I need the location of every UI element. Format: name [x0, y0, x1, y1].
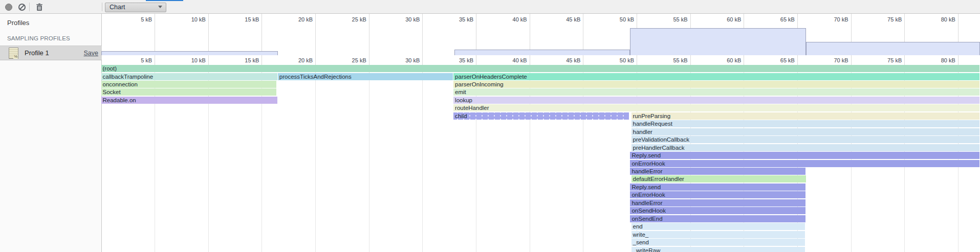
clear-icon[interactable]: [18, 4, 26, 11]
flame-ruler-gridline: [851, 55, 852, 65]
overview-tick-label: 10 kB: [175, 16, 206, 22]
overview-tick-label: 65 kB: [764, 16, 795, 22]
overview-tick-label: 70 kB: [818, 16, 848, 22]
flame-bar-child[interactable]: child: [453, 112, 629, 120]
flame-bar-defaulterrorhandler[interactable]: defaultErrorHandler: [631, 175, 806, 182]
overview-tick-label: 5 kB: [121, 16, 152, 22]
overview-tick-label: 20 kB: [282, 16, 313, 22]
toolbar: Chart: [0, 0, 980, 14]
sidebar-item-profile-1[interactable]: % Profile 1 Save: [0, 45, 102, 60]
flame-bar--root-[interactable]: (root): [101, 65, 980, 72]
flame-tick-label: 75 kB: [871, 57, 902, 63]
flame-ruler-gridline: [797, 55, 798, 65]
flame-tick-label: 70 kB: [818, 57, 848, 63]
flame-bar-prehandlercallback[interactable]: preHandlerCallback: [631, 144, 979, 151]
flame-bar-prevalidationcallback[interactable]: preValidationCallback: [631, 136, 979, 143]
flame-bar-reply-send[interactable]: Reply.send: [630, 152, 979, 159]
flame-bar-write-[interactable]: write_: [631, 231, 805, 238]
overview-gridline: [422, 14, 423, 55]
save-link[interactable]: Save: [84, 50, 99, 57]
flame-bar--writeraw[interactable]: _writeRaw: [631, 247, 805, 252]
flame-ruler: 5 kB10 kB15 kB20 kB25 kB30 kB35 kB40 kB4…: [102, 55, 980, 65]
flame-bar-parseronheaderscomplete[interactable]: parserOnHeadersComplete: [453, 73, 979, 80]
overview-gridline: [315, 14, 316, 55]
flame-bar--send[interactable]: _send: [631, 239, 805, 246]
overview-band[interactable]: [454, 50, 630, 55]
overview-tick-label: 75 kB: [871, 16, 902, 22]
flame-bar-onerrorhook[interactable]: onErrorHook: [630, 160, 979, 167]
sampling-profiles-section-label: SAMPLING PROFILES: [7, 35, 70, 41]
profile-name: Profile 1: [25, 49, 49, 57]
flame-chart: (root)callbackTrampolineprocessTicksAndR…: [102, 65, 980, 252]
sidebar-title: Profiles: [7, 19, 29, 27]
flame-bar-onconnection[interactable]: onconnection: [101, 81, 276, 88]
overview-tick-label: 55 kB: [657, 16, 688, 22]
flame-ruler-gridline: [208, 55, 209, 65]
flame-ruler-gridline: [476, 55, 476, 65]
overview-band[interactable]: [630, 28, 805, 55]
flame-ruler-gridline: [262, 55, 262, 65]
overview-tick-label: 30 kB: [389, 16, 420, 22]
flame-tick-label: 45 kB: [550, 57, 580, 63]
flame-ruler-gridline: [958, 55, 959, 65]
overview-gridline: [369, 14, 369, 55]
flame-tick-label: 80 kB: [925, 57, 955, 63]
flame-ruler-gridline: [422, 55, 423, 65]
flame-bar-readable-on[interactable]: Readable.on: [101, 97, 277, 104]
flame-ruler-gridline: [744, 55, 744, 65]
overview-gridline: [155, 14, 155, 55]
flame-gridline: [315, 65, 316, 252]
flame-ruler-gridline: [155, 55, 155, 65]
flame-bar-onerrorhook[interactable]: onErrorHook: [630, 191, 805, 198]
overview-tick-label: 35 kB: [443, 16, 473, 22]
flame-bar-parseronincoming[interactable]: parserOnIncoming: [453, 81, 979, 88]
overview-tick-label: 25 kB: [336, 16, 366, 22]
record-icon[interactable]: [5, 4, 12, 11]
overview-band[interactable]: [806, 42, 980, 55]
flame-ruler-gridline: [690, 55, 691, 65]
flame-bar-lookup[interactable]: lookup: [453, 97, 979, 104]
flame-ruler-gridline: [369, 55, 369, 65]
overview-gridline: [262, 14, 262, 55]
flame-ruler-gridline: [315, 55, 316, 65]
flame-gridline: [369, 65, 369, 252]
chevron-down-icon: [158, 6, 162, 8]
flame-bar-handleerror[interactable]: handleError: [630, 199, 805, 207]
flame-ruler-gridline: [583, 55, 583, 65]
flame-tick-label: 50 kB: [603, 57, 634, 63]
flame-bar-emit[interactable]: emit: [453, 88, 979, 96]
trash-icon[interactable]: [35, 3, 43, 11]
overview-gridline: [530, 14, 530, 55]
flame-tick-label: 35 kB: [443, 57, 473, 63]
flame-bar-handler[interactable]: handler: [631, 128, 979, 135]
flame-bar-processticksandrejections[interactable]: processTicksAndRejections: [278, 73, 453, 80]
overview-gridline: [476, 14, 476, 55]
view-selector-dropdown[interactable]: Chart: [105, 3, 166, 12]
overview-band[interactable]: [101, 51, 278, 55]
flame-bar-socket[interactable]: Socket: [101, 88, 276, 96]
flame-bar-callbacktrampoline[interactable]: callbackTrampoline: [101, 73, 277, 80]
flame-bar-onsendhook[interactable]: onSendHook: [630, 207, 805, 214]
flame-bar-handlerequest[interactable]: handleRequest: [631, 120, 979, 127]
memory-overview[interactable]: 5 kB10 kB15 kB20 kB25 kB30 kB35 kB40 kB4…: [102, 14, 980, 56]
overview-tick-label: 80 kB: [925, 16, 955, 22]
view-selector-value: Chart: [110, 4, 125, 11]
overview-tick-label: 50 kB: [603, 16, 634, 22]
flame-tick-label: 10 kB: [175, 57, 206, 63]
toolbar-divider: [29, 3, 30, 11]
flame-bar-reply-send[interactable]: Reply.send: [630, 184, 805, 191]
flame-bar-end[interactable]: end: [631, 223, 805, 230]
flame-tick-label: 40 kB: [496, 57, 527, 63]
active-tab-indicator: [146, 0, 183, 1]
flame-bar-routehandler[interactable]: routeHandler: [453, 104, 979, 111]
flame-ruler-gridline: [904, 55, 905, 65]
overview-gridline: [583, 14, 583, 55]
flame-bar-handleerror[interactable]: handleError: [630, 168, 805, 175]
flame-bar-onsendend[interactable]: onSendEnd: [630, 215, 805, 222]
overview-tick-label: 60 kB: [710, 16, 741, 22]
overview-tick-label: 15 kB: [228, 16, 259, 22]
toolbar-sidebar-divider: [102, 3, 102, 11]
overview-tick-label: 40 kB: [496, 16, 527, 22]
flame-bar-runpreparsing[interactable]: runPreParsing: [631, 112, 979, 120]
flame-ruler-gridline: [530, 55, 530, 65]
